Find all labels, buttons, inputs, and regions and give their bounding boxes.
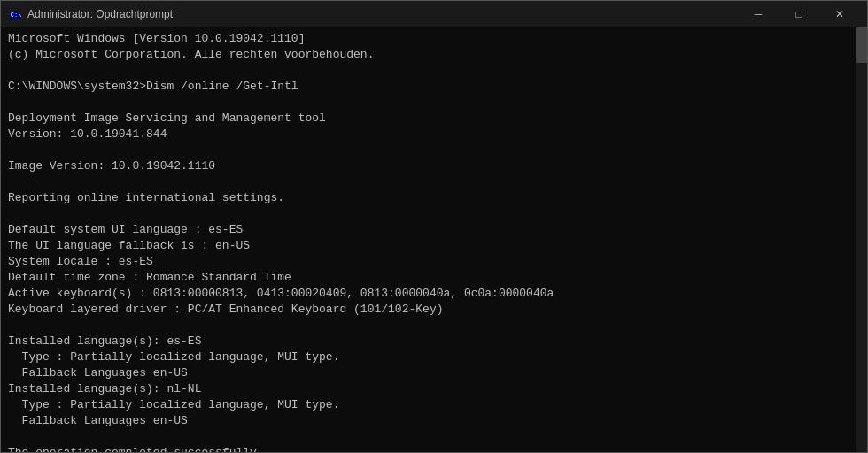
console-line: Type : Partially localized language, MUI… <box>8 397 860 413</box>
console-line <box>8 318 860 334</box>
cmd-window: C:\ Administrator: Opdrachtprompt ─ □ ✕ … <box>0 0 868 453</box>
console-line: Default system UI language : es-ES <box>8 222 860 238</box>
cmd-icon: C:\ <box>8 7 22 21</box>
scrollbar[interactable] <box>856 27 867 452</box>
console-area[interactable]: Microsoft Windows [Version 10.0.19042.11… <box>1 27 867 452</box>
maximize-button[interactable]: □ <box>779 1 819 27</box>
close-button[interactable]: ✕ <box>819 1 860 27</box>
scrollbar-thumb[interactable] <box>856 27 867 63</box>
console-output: Microsoft Windows [Version 10.0.19042.11… <box>8 31 860 452</box>
title-bar-text: Administrator: Opdrachtprompt <box>27 8 738 20</box>
svg-text:C:\: C:\ <box>11 11 21 18</box>
console-line: Default time zone : Romance Standard Tim… <box>8 270 860 286</box>
title-bar: C:\ Administrator: Opdrachtprompt ─ □ ✕ <box>1 1 867 27</box>
console-line: Type : Partially localized language, MUI… <box>8 349 860 365</box>
title-bar-controls: ─ □ ✕ <box>738 1 860 27</box>
console-line: Microsoft Windows [Version 10.0.19042.11… <box>8 31 860 47</box>
console-line: Image Version: 10.0.19042.1110 <box>8 158 860 174</box>
console-line <box>8 63 860 79</box>
console-line: Fallback Languages en-US <box>8 365 860 381</box>
console-line <box>8 95 860 111</box>
console-line <box>8 429 860 445</box>
console-line: Deployment Image Servicing and Managemen… <box>8 111 860 127</box>
console-line <box>8 142 860 158</box>
console-line: System locale : es-ES <box>8 254 860 270</box>
console-line: Fallback Languages en-US <box>8 413 860 429</box>
minimize-button[interactable]: ─ <box>738 1 779 27</box>
console-line: Installed language(s): nl-NL <box>8 381 860 397</box>
console-line: Installed language(s): es-ES <box>8 334 860 349</box>
console-line: The operation completed successfully. <box>8 445 860 452</box>
console-line: Version: 10.0.19041.844 <box>8 127 860 142</box>
console-line: C:\WINDOWS\system32>Dism /online /Get-In… <box>8 79 860 95</box>
console-line: Reporting online international settings. <box>8 190 860 206</box>
console-line: (c) Microsoft Corporation. Alle rechten … <box>8 47 860 63</box>
console-line: The UI language fallback is : en-US <box>8 238 860 254</box>
console-line: Keyboard layered driver : PC/AT Enhanced… <box>8 302 860 318</box>
console-line <box>8 206 860 222</box>
console-line: Active keyboard(s) : 0813:00000813, 0413… <box>8 286 860 302</box>
console-line <box>8 174 860 190</box>
